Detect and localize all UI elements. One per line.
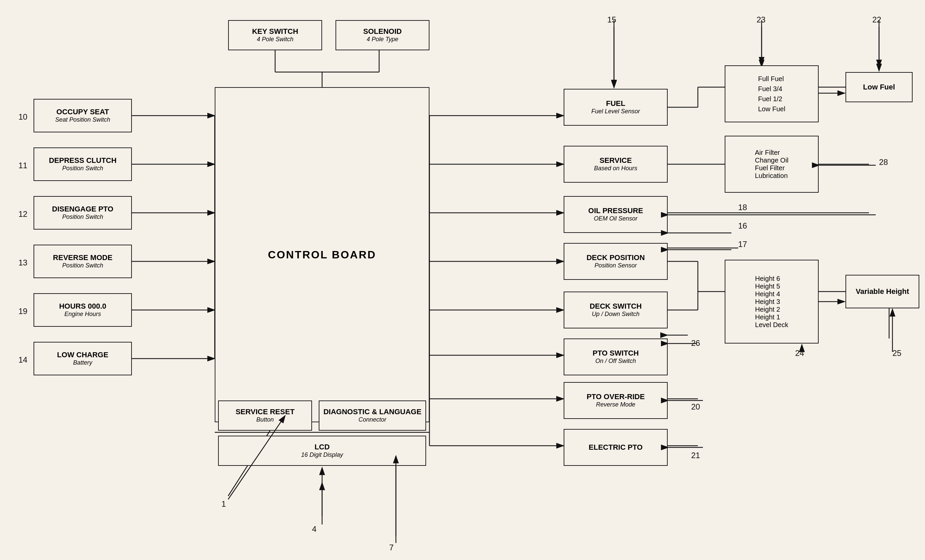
- label-1: 1: [221, 499, 226, 509]
- label-21: 21: [691, 451, 700, 460]
- lcd-title: LCD: [314, 443, 330, 452]
- height-levels-text: Height 6 Height 5 Height 4 Height 3 Heig…: [755, 275, 788, 329]
- low-charge-subtitle: Battery: [73, 359, 92, 366]
- solenoid-subtitle: 4 Pole Type: [367, 36, 399, 43]
- low-charge-title: LOW CHARGE: [57, 351, 108, 359]
- occupy-seat-box: OCCUPY SEAT Seat Position Switch: [33, 99, 132, 132]
- service-title: SERVICE: [600, 156, 632, 165]
- service-reset-box: SERVICE RESET Button: [218, 401, 312, 431]
- depress-clutch-subtitle: Position Switch: [62, 165, 103, 172]
- low-charge-box: LOW CHARGE Battery: [33, 342, 132, 375]
- fuel-levels-box: Full Fuel Fuel 3/4 Fuel 1/2 Low Fuel: [725, 65, 819, 122]
- service-items-text: Air Filter Change Oil Fuel Filter Lubric…: [755, 149, 788, 180]
- depress-clutch-title: DEPRESS CLUTCH: [49, 156, 117, 165]
- label-25: 25: [892, 348, 901, 358]
- hours-box: HOURS 000.0 Engine Hours: [33, 293, 132, 327]
- pto-override-title: PTO OVER-RIDE: [586, 392, 645, 401]
- diagnostic-subtitle: Connector: [358, 416, 386, 423]
- fuel-levels-text: Full Fuel Fuel 3/4 Fuel 1/2 Low Fuel: [758, 74, 785, 114]
- label-13: 13: [18, 258, 27, 267]
- deck-position-box: DECK POSITION Position Sensor: [563, 243, 668, 280]
- reverse-mode-title: REVERSE MODE: [53, 253, 112, 262]
- control-board-title: CONTROL BOARD: [268, 249, 377, 261]
- electric-pto-box: ELECTRIC PTO: [563, 429, 668, 466]
- label-22: 22: [872, 15, 881, 24]
- solenoid-box: SOLENOID 4 Pole Type: [336, 20, 429, 50]
- fuel-subtitle: Fuel Level Sensor: [591, 108, 640, 115]
- key-switch-box: KEY SWITCH 4 Pole Switch: [228, 20, 322, 50]
- key-switch-subtitle: 4 Pole Switch: [257, 36, 293, 43]
- deck-switch-title: DECK SWITCH: [589, 302, 642, 311]
- hours-title: HOURS 000.0: [59, 302, 106, 311]
- label-18: 18: [738, 203, 747, 212]
- hours-subtitle: Engine Hours: [65, 311, 101, 318]
- label-14: 14: [18, 355, 27, 365]
- occupy-seat-subtitle: Seat Position Switch: [55, 116, 110, 124]
- label-12: 12: [18, 209, 27, 219]
- diagnostic-box: DIAGNOSTIC & LANGUAGE Connector: [319, 401, 426, 431]
- pto-switch-title: PTO SWITCH: [592, 349, 639, 357]
- electric-pto-title: ELECTRIC PTO: [589, 443, 643, 452]
- service-reset-subtitle: Button: [256, 416, 274, 423]
- pto-override-subtitle: Reverse Mode: [596, 401, 635, 408]
- fuel-title: FUEL: [606, 99, 625, 108]
- diagnostic-title: DIAGNOSTIC & LANGUAGE: [324, 407, 422, 416]
- low-fuel-title: Low Fuel: [863, 83, 895, 92]
- pto-switch-box: PTO SWITCH On / Off Switch: [563, 338, 668, 375]
- label-10: 10: [18, 112, 27, 122]
- oil-pressure-subtitle: OEM Oil Sensor: [594, 215, 637, 222]
- lcd-box: LCD 16 Digit Display: [218, 436, 426, 466]
- occupy-seat-title: OCCUPY SEAT: [56, 108, 109, 116]
- reverse-mode-box: REVERSE MODE Position Switch: [33, 245, 132, 278]
- fuel-box: FUEL Fuel Level Sensor: [563, 89, 668, 126]
- label-23: 23: [756, 15, 765, 24]
- oil-pressure-box: OIL PRESSURE OEM Oil Sensor: [563, 196, 668, 233]
- pto-override-box: PTO OVER-RIDE Reverse Mode: [563, 382, 668, 419]
- solenoid-title: SOLENOID: [363, 27, 402, 36]
- disengage-pto-subtitle: Position Switch: [62, 213, 103, 221]
- service-reset-title: SERVICE RESET: [235, 407, 295, 416]
- oil-pressure-title: OIL PRESSURE: [588, 206, 643, 215]
- lcd-subtitle: 16 Digit Display: [301, 452, 343, 459]
- disengage-pto-title: DISENGAGE PTO: [52, 205, 113, 213]
- label-28: 28: [879, 158, 888, 167]
- label-7: 7: [389, 543, 393, 552]
- control-board-box: CONTROL BOARD: [215, 87, 429, 422]
- key-switch-title: KEY SWITCH: [252, 27, 298, 36]
- variable-height-title: Variable Height: [856, 287, 909, 296]
- deck-position-subtitle: Position Sensor: [595, 262, 637, 269]
- pto-switch-subtitle: On / Off Switch: [595, 357, 636, 365]
- service-items-box: Air Filter Change Oil Fuel Filter Lubric…: [725, 136, 819, 193]
- service-subtitle: Based on Hours: [594, 165, 637, 172]
- depress-clutch-box: DEPRESS CLUTCH Position Switch: [33, 147, 132, 181]
- variable-height-box: Variable Height: [845, 275, 919, 308]
- label-16: 16: [738, 221, 747, 231]
- label-17: 17: [738, 240, 747, 249]
- deck-switch-box: DECK SWITCH Up / Down Switch: [563, 291, 668, 329]
- label-4: 4: [312, 524, 316, 534]
- label-20: 20: [691, 402, 700, 411]
- label-19: 19: [18, 307, 27, 316]
- disengage-pto-box: DISENGAGE PTO Position Switch: [33, 196, 132, 230]
- deck-switch-subtitle: Up / Down Switch: [592, 311, 639, 318]
- service-box: SERVICE Based on Hours: [563, 146, 668, 183]
- label-24: 24: [795, 348, 804, 358]
- height-levels-box: Height 6 Height 5 Height 4 Height 3 Heig…: [725, 260, 819, 344]
- reverse-mode-subtitle: Position Switch: [62, 262, 103, 269]
- deck-position-title: DECK POSITION: [586, 253, 645, 262]
- low-fuel-box: Low Fuel: [845, 72, 913, 102]
- label-11: 11: [18, 161, 27, 170]
- label-26: 26: [691, 338, 700, 348]
- label-15: 15: [607, 15, 616, 24]
